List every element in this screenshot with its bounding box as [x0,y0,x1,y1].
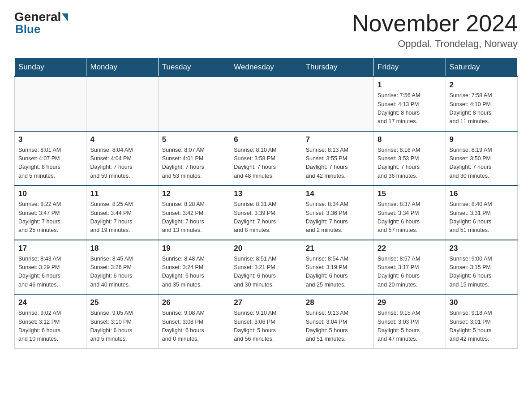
day-info: Sunrise: 8:43 AMSunset: 3:29 PMDaylight:… [18,255,82,290]
day-number: 14 [306,189,370,198]
calendar-cell: 21Sunrise: 8:54 AMSunset: 3:19 PMDayligh… [302,240,373,295]
calendar-cell: 2Sunrise: 7:58 AMSunset: 4:10 PMDaylight… [446,77,517,131]
day-number: 3 [18,135,82,144]
calendar-cell: 24Sunrise: 9:02 AMSunset: 3:12 PMDayligh… [15,294,86,348]
day-info: Sunrise: 9:18 AMSunset: 3:01 PMDaylight:… [450,309,514,344]
calendar-cell: 7Sunrise: 8:13 AMSunset: 3:55 PMDaylight… [302,131,373,186]
day-info: Sunrise: 8:16 AMSunset: 3:53 PMDaylight:… [378,146,442,181]
day-number: 22 [378,244,442,253]
day-info: Sunrise: 8:19 AMSunset: 3:50 PMDaylight:… [450,146,514,181]
calendar-cell: 11Sunrise: 8:25 AMSunset: 3:44 PMDayligh… [86,185,158,240]
day-number: 7 [306,135,370,144]
day-number: 2 [450,81,514,90]
day-number: 13 [234,189,298,198]
day-info: Sunrise: 9:05 AMSunset: 3:10 PMDaylight:… [90,309,154,344]
calendar-cell: 14Sunrise: 8:34 AMSunset: 3:36 PMDayligh… [302,185,373,240]
calendar-cell: 3Sunrise: 8:01 AMSunset: 4:07 PMDaylight… [15,131,86,186]
calendar-cell: 15Sunrise: 8:37 AMSunset: 3:34 PMDayligh… [374,185,446,240]
day-info: Sunrise: 8:07 AMSunset: 4:01 PMDaylight:… [162,146,226,181]
calendar-cell [230,77,302,131]
weekday-header-sunday: Sunday [15,58,86,77]
day-info: Sunrise: 7:58 AMSunset: 4:10 PMDaylight:… [450,91,514,126]
weekday-header-monday: Monday [86,58,158,77]
calendar-cell: 13Sunrise: 8:31 AMSunset: 3:39 PMDayligh… [230,185,302,240]
calendar-cell: 27Sunrise: 9:10 AMSunset: 3:06 PMDayligh… [230,294,302,348]
day-info: Sunrise: 9:00 AMSunset: 3:15 PMDaylight:… [450,255,514,290]
calendar-week-1: 1Sunrise: 7:56 AMSunset: 4:13 PMDaylight… [15,77,518,131]
day-info: Sunrise: 8:01 AMSunset: 4:07 PMDaylight:… [18,146,82,181]
day-info: Sunrise: 8:57 AMSunset: 3:17 PMDaylight:… [378,255,442,290]
day-number: 24 [18,298,82,307]
day-info: Sunrise: 8:22 AMSunset: 3:47 PMDaylight:… [18,200,82,235]
day-info: Sunrise: 8:31 AMSunset: 3:39 PMDaylight:… [234,200,298,235]
day-info: Sunrise: 7:56 AMSunset: 4:13 PMDaylight:… [378,91,442,126]
logo-top: General [14,11,68,23]
day-number: 10 [18,189,82,198]
day-number: 5 [162,135,226,144]
day-number: 4 [90,135,154,144]
calendar-cell [86,77,158,131]
calendar-cell: 26Sunrise: 9:08 AMSunset: 3:08 PMDayligh… [158,294,230,348]
calendar-cell: 6Sunrise: 8:10 AMSunset: 3:58 PMDaylight… [230,131,302,186]
day-info: Sunrise: 8:28 AMSunset: 3:42 PMDaylight:… [162,200,226,235]
day-number: 21 [306,244,370,253]
calendar-cell: 30Sunrise: 9:18 AMSunset: 3:01 PMDayligh… [446,294,517,348]
day-number: 9 [450,135,514,144]
calendar-cell: 29Sunrise: 9:15 AMSunset: 3:03 PMDayligh… [374,294,446,348]
day-info: Sunrise: 9:02 AMSunset: 3:12 PMDaylight:… [18,309,82,344]
day-number: 20 [234,244,298,253]
day-info: Sunrise: 8:51 AMSunset: 3:21 PMDaylight:… [234,255,298,290]
day-info: Sunrise: 8:25 AMSunset: 3:44 PMDaylight:… [90,200,154,235]
weekday-header-saturday: Saturday [446,58,517,77]
calendar-cell: 10Sunrise: 8:22 AMSunset: 3:47 PMDayligh… [15,185,86,240]
day-info: Sunrise: 8:54 AMSunset: 3:19 PMDaylight:… [306,255,370,290]
calendar-week-2: 3Sunrise: 8:01 AMSunset: 4:07 PMDaylight… [15,131,518,186]
day-info: Sunrise: 8:04 AMSunset: 4:04 PMDaylight:… [90,146,154,181]
logo: General Blue [14,11,68,36]
weekday-header-wednesday: Wednesday [230,58,302,77]
day-number: 25 [90,298,154,307]
day-info: Sunrise: 8:37 AMSunset: 3:34 PMDaylight:… [378,200,442,235]
day-number: 23 [450,244,514,253]
calendar-cell: 4Sunrise: 8:04 AMSunset: 4:04 PMDaylight… [86,131,158,186]
day-number: 18 [90,244,154,253]
calendar-subtitle: Oppdal, Trondelag, Norway [352,38,518,50]
day-number: 11 [90,189,154,198]
day-number: 16 [450,189,514,198]
day-info: Sunrise: 9:15 AMSunset: 3:03 PMDaylight:… [378,309,442,344]
day-info: Sunrise: 9:08 AMSunset: 3:08 PMDaylight:… [162,309,226,344]
day-number: 19 [162,244,226,253]
calendar-cell: 22Sunrise: 8:57 AMSunset: 3:17 PMDayligh… [374,240,446,295]
day-info: Sunrise: 9:10 AMSunset: 3:06 PMDaylight:… [234,309,298,344]
calendar-cell: 1Sunrise: 7:56 AMSunset: 4:13 PMDaylight… [374,77,446,131]
day-number: 12 [162,189,226,198]
calendar-week-3: 10Sunrise: 8:22 AMSunset: 3:47 PMDayligh… [15,185,518,240]
day-number: 1 [378,81,442,90]
day-number: 15 [378,189,442,198]
day-number: 6 [234,135,298,144]
day-info: Sunrise: 8:45 AMSunset: 3:26 PMDaylight:… [90,255,154,290]
calendar-week-5: 24Sunrise: 9:02 AMSunset: 3:12 PMDayligh… [15,294,518,348]
weekday-header-tuesday: Tuesday [158,58,230,77]
weekday-header-row: SundayMondayTuesdayWednesdayThursdayFrid… [15,58,518,77]
calendar-cell: 23Sunrise: 9:00 AMSunset: 3:15 PMDayligh… [446,240,517,295]
calendar-cell [158,77,230,131]
weekday-header-thursday: Thursday [302,58,373,77]
day-info: Sunrise: 8:40 AMSunset: 3:31 PMDaylight:… [450,200,514,235]
calendar-table: SundayMondayTuesdayWednesdayThursdayFrid… [14,58,518,349]
calendar-title: November 2024 [352,11,518,36]
calendar-week-4: 17Sunrise: 8:43 AMSunset: 3:29 PMDayligh… [15,240,518,295]
page-header: General Blue November 2024 Oppdal, Trond… [14,11,518,50]
calendar-cell: 5Sunrise: 8:07 AMSunset: 4:01 PMDaylight… [158,131,230,186]
calendar-cell: 25Sunrise: 9:05 AMSunset: 3:10 PMDayligh… [86,294,158,348]
calendar-cell: 8Sunrise: 8:16 AMSunset: 3:53 PMDaylight… [374,131,446,186]
logo-general: General [14,11,61,23]
logo-arrow-icon [62,13,68,21]
calendar-cell: 12Sunrise: 8:28 AMSunset: 3:42 PMDayligh… [158,185,230,240]
calendar-cell: 17Sunrise: 8:43 AMSunset: 3:29 PMDayligh… [15,240,86,295]
day-number: 29 [378,298,442,307]
day-number: 30 [450,298,514,307]
weekday-header-friday: Friday [374,58,446,77]
day-number: 26 [162,298,226,307]
day-number: 8 [378,135,442,144]
